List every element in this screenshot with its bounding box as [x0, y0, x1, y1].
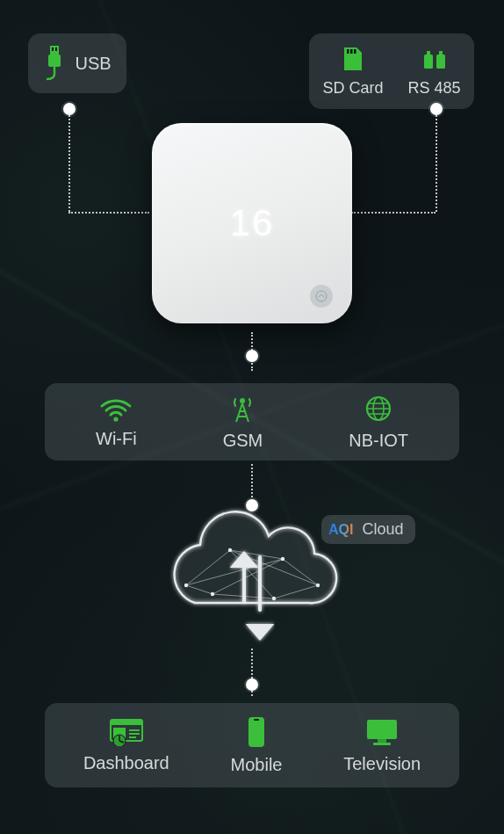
- usb-card: USB: [28, 33, 126, 93]
- svg-rect-3: [48, 54, 61, 67]
- svg-rect-4: [347, 49, 349, 54]
- rs485-item: RS 485: [407, 46, 460, 98]
- television-item: Television: [343, 717, 421, 774]
- svg-rect-27: [254, 719, 259, 721]
- device-logo-icon: [310, 285, 333, 308]
- connector-node: [246, 350, 258, 362]
- svg-rect-9: [436, 54, 445, 69]
- nbiot-label: NB-IOT: [349, 431, 408, 451]
- dashboard-label: Dashboard: [83, 753, 169, 773]
- svg-point-11: [316, 291, 327, 301]
- svg-rect-0: [50, 46, 59, 54]
- svg-rect-29: [378, 739, 386, 743]
- svg-rect-1: [52, 47, 54, 51]
- svg-rect-10: [439, 51, 443, 55]
- svg-rect-30: [373, 743, 391, 745]
- television-icon: [364, 717, 400, 747]
- wifi-item: Wi-Fi: [96, 395, 137, 449]
- mobile-icon: [248, 716, 265, 748]
- cloud-label: Cloud: [362, 520, 403, 539]
- connector-node: [63, 103, 76, 115]
- device-reading: 16: [230, 202, 275, 244]
- connector-node: [246, 678, 258, 691]
- svg-rect-28: [367, 720, 397, 739]
- svg-point-18: [281, 557, 284, 561]
- sd-label: SD Card: [322, 79, 383, 98]
- svg-rect-7: [424, 54, 433, 69]
- usb-icon: [43, 46, 66, 81]
- device-tile: 16: [152, 123, 352, 323]
- rs485-icon: [421, 46, 448, 72]
- wifi-label: Wi-Fi: [96, 429, 137, 449]
- usb-label: USB: [75, 54, 111, 74]
- svg-point-16: [184, 584, 188, 587]
- sd-card-icon: [341, 46, 365, 72]
- nbiot-globe-icon: [364, 394, 393, 424]
- dashboard-item: Dashboard: [83, 718, 169, 773]
- connector-line: [436, 115, 437, 212]
- gsm-label: GSM: [223, 431, 263, 451]
- svg-point-20: [272, 597, 276, 600]
- svg-rect-26: [248, 717, 264, 747]
- svg-point-12: [114, 417, 119, 421]
- connector-line: [68, 212, 149, 214]
- television-label: Television: [343, 754, 421, 774]
- connector-line: [68, 115, 70, 212]
- connectivity-card: Wi-Fi GSM NB-IOT: [45, 383, 459, 461]
- svg-point-21: [211, 592, 214, 596]
- svg-rect-8: [427, 51, 430, 55]
- svg-rect-6: [354, 49, 356, 54]
- svg-point-13: [240, 398, 245, 403]
- svg-rect-2: [55, 47, 57, 51]
- svg-point-19: [316, 584, 320, 587]
- dashboard-icon: [109, 718, 144, 746]
- connector-node: [430, 103, 443, 115]
- rs485-label: RS 485: [407, 79, 460, 98]
- svg-rect-5: [350, 49, 353, 54]
- svg-rect-23: [111, 720, 142, 725]
- wifi-icon: [98, 395, 133, 422]
- aqi-brand-icon: AQI: [328, 522, 353, 538]
- sd-item: SD Card: [322, 46, 383, 98]
- cloud-badge: AQI Cloud: [321, 515, 415, 544]
- svg-point-17: [228, 548, 232, 552]
- gsm-tower-icon: [227, 394, 257, 424]
- connector-line: [351, 212, 436, 214]
- gsm-item: GSM: [223, 394, 263, 451]
- outputs-card: Dashboard Mobile Television: [45, 703, 459, 787]
- mobile-item: Mobile: [231, 716, 283, 775]
- storage-card: SD Card RS 485: [309, 33, 474, 109]
- mobile-label: Mobile: [231, 755, 283, 775]
- nbiot-item: NB-IOT: [349, 394, 408, 451]
